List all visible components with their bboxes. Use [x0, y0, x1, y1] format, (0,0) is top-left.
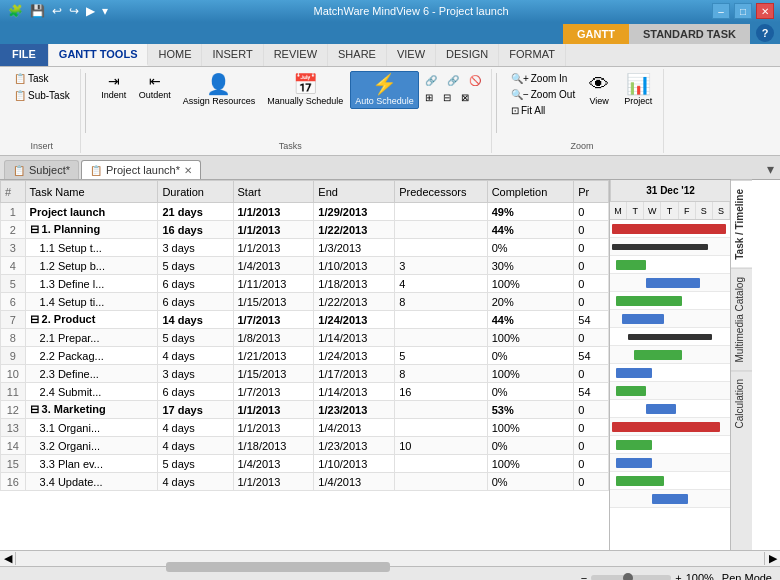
completion-cell-13[interactable]: 100% — [487, 419, 574, 437]
col-header-completion[interactable]: Completion — [487, 181, 574, 203]
duration-cell-16[interactable]: 4 days — [158, 473, 233, 491]
pred-cell-11[interactable]: 16 — [395, 383, 487, 401]
pr-cell-5[interactable]: 0 — [574, 275, 609, 293]
end-cell-16[interactable]: 1/4/2013 — [314, 473, 395, 491]
start-cell-2[interactable]: 1/1/2013 — [233, 221, 314, 239]
duration-cell-6[interactable]: 6 days — [158, 293, 233, 311]
pred-cell-1[interactable] — [395, 203, 487, 221]
start-cell-16[interactable]: 1/1/2013 — [233, 473, 314, 491]
completion-cell-11[interactable]: 0% — [487, 383, 574, 401]
start-cell-8[interactable]: 1/8/2013 — [233, 329, 314, 347]
end-cell-3[interactable]: 1/3/2013 — [314, 239, 395, 257]
scroll-left-button[interactable]: ◀ — [0, 552, 16, 565]
start-cell-11[interactable]: 1/7/2013 — [233, 383, 314, 401]
start-cell-4[interactable]: 1/4/2013 — [233, 257, 314, 275]
run-button[interactable]: ▶ — [84, 3, 97, 19]
end-cell-13[interactable]: 1/4/2013 — [314, 419, 395, 437]
start-cell-13[interactable]: 1/1/2013 — [233, 419, 314, 437]
zoom-minus-button[interactable]: − — [581, 572, 587, 581]
pred-cell-16[interactable] — [395, 473, 487, 491]
tab-format[interactable]: FORMAT — [499, 44, 566, 66]
scroll-thumb[interactable] — [166, 562, 390, 572]
end-cell-14[interactable]: 1/23/2013 — [314, 437, 395, 455]
manually-schedule-button[interactable]: 📅 Manually Schedule — [262, 71, 348, 109]
sub-task-button[interactable]: 📋 Sub-Task — [10, 88, 74, 103]
completion-cell-4[interactable]: 30% — [487, 257, 574, 275]
task-button[interactable]: 📋 Task — [10, 71, 53, 86]
start-cell-15[interactable]: 1/4/2013 — [233, 455, 314, 473]
end-cell-6[interactable]: 1/22/2013 — [314, 293, 395, 311]
task-name-cell-11[interactable]: 2.4 Submit... — [25, 383, 158, 401]
maximize-button[interactable]: □ — [734, 3, 752, 19]
link-icon-2[interactable]: 🔗 — [443, 73, 463, 88]
pred-cell-7[interactable] — [395, 311, 487, 329]
tab-file[interactable]: FILE — [0, 44, 49, 66]
completion-cell-7[interactable]: 44% — [487, 311, 574, 329]
end-cell-7[interactable]: 1/24/2013 — [314, 311, 395, 329]
end-cell-5[interactable]: 1/18/2013 — [314, 275, 395, 293]
col-header-start[interactable]: Start — [233, 181, 314, 203]
grid-icon-1[interactable]: ⊞ — [421, 90, 437, 105]
tab-view[interactable]: VIEW — [387, 44, 436, 66]
tab-insert[interactable]: INSERT — [202, 44, 263, 66]
doc-tab-close-button[interactable]: ✕ — [184, 165, 192, 176]
task-name-cell-3[interactable]: 1.1 Setup t... — [25, 239, 158, 257]
outdent-button[interactable]: ⇤ Outdent — [134, 71, 176, 103]
zoom-out-button[interactable]: 🔍− Zoom Out — [507, 87, 579, 102]
duration-cell-14[interactable]: 4 days — [158, 437, 233, 455]
redo-button[interactable]: ↪ — [67, 3, 81, 19]
end-cell-11[interactable]: 1/14/2013 — [314, 383, 395, 401]
duration-cell-15[interactable]: 5 days — [158, 455, 233, 473]
zoom-thumb[interactable] — [623, 573, 633, 581]
save-button[interactable]: 💾 — [28, 3, 47, 19]
task-name-cell-14[interactable]: 3.2 Organi... — [25, 437, 158, 455]
col-header-taskname[interactable]: Task Name — [25, 181, 158, 203]
undo-button[interactable]: ↩ — [50, 3, 64, 19]
end-cell-2[interactable]: 1/22/2013 — [314, 221, 395, 239]
scroll-right-button[interactable]: ▶ — [764, 552, 780, 565]
tab-share[interactable]: SHARE — [328, 44, 387, 66]
doc-tab-project-launch[interactable]: 📋 Project launch* ✕ — [81, 160, 201, 179]
zoom-plus-button[interactable]: + — [675, 572, 681, 581]
duration-cell-1[interactable]: 21 days — [158, 203, 233, 221]
gantt-context-tab[interactable]: GANTT — [563, 24, 629, 44]
pr-cell-2[interactable]: 0 — [574, 221, 609, 239]
tab-gantt-tools[interactable]: GANTT TOOLS — [49, 44, 149, 66]
pred-cell-13[interactable] — [395, 419, 487, 437]
duration-cell-12[interactable]: 17 days — [158, 401, 233, 419]
pred-cell-8[interactable] — [395, 329, 487, 347]
pred-cell-6[interactable]: 8 — [395, 293, 487, 311]
pr-cell-15[interactable]: 0 — [574, 455, 609, 473]
pr-cell-3[interactable]: 0 — [574, 239, 609, 257]
start-cell-9[interactable]: 1/21/2013 — [233, 347, 314, 365]
help-button[interactable]: ? — [756, 24, 774, 42]
completion-cell-8[interactable]: 100% — [487, 329, 574, 347]
duration-cell-10[interactable]: 3 days — [158, 365, 233, 383]
doc-tab-subject[interactable]: 📋 Subject* — [4, 160, 79, 179]
completion-cell-2[interactable]: 44% — [487, 221, 574, 239]
completion-cell-3[interactable]: 0% — [487, 239, 574, 257]
duration-cell-5[interactable]: 6 days — [158, 275, 233, 293]
start-cell-5[interactable]: 1/11/2013 — [233, 275, 314, 293]
tab-home[interactable]: HOME — [148, 44, 202, 66]
task-name-cell-7[interactable]: ⊟ 2. Product — [25, 311, 158, 329]
pred-cell-4[interactable]: 3 — [395, 257, 487, 275]
pr-cell-13[interactable]: 0 — [574, 419, 609, 437]
completion-cell-16[interactable]: 0% — [487, 473, 574, 491]
pr-cell-12[interactable]: 0 — [574, 401, 609, 419]
link-icon-1[interactable]: 🔗 — [421, 73, 441, 88]
dropdown-button[interactable]: ▾ — [100, 3, 110, 19]
task-name-cell-9[interactable]: 2.2 Packag... — [25, 347, 158, 365]
pr-cell-14[interactable]: 0 — [574, 437, 609, 455]
col-header-pr[interactable]: Pr — [574, 181, 609, 203]
task-name-cell-5[interactable]: 1.3 Define l... — [25, 275, 158, 293]
task-name-cell-6[interactable]: 1.4 Setup ti... — [25, 293, 158, 311]
task-name-cell-4[interactable]: 1.2 Setup b... — [25, 257, 158, 275]
sidebar-tab-task-timeline[interactable]: Task / Timeline — [731, 180, 752, 268]
tab-review[interactable]: REVIEW — [264, 44, 328, 66]
end-cell-8[interactable]: 1/14/2013 — [314, 329, 395, 347]
tab-design[interactable]: DESIGN — [436, 44, 499, 66]
completion-cell-15[interactable]: 100% — [487, 455, 574, 473]
minimize-button[interactable]: – — [712, 3, 730, 19]
completion-cell-14[interactable]: 0% — [487, 437, 574, 455]
